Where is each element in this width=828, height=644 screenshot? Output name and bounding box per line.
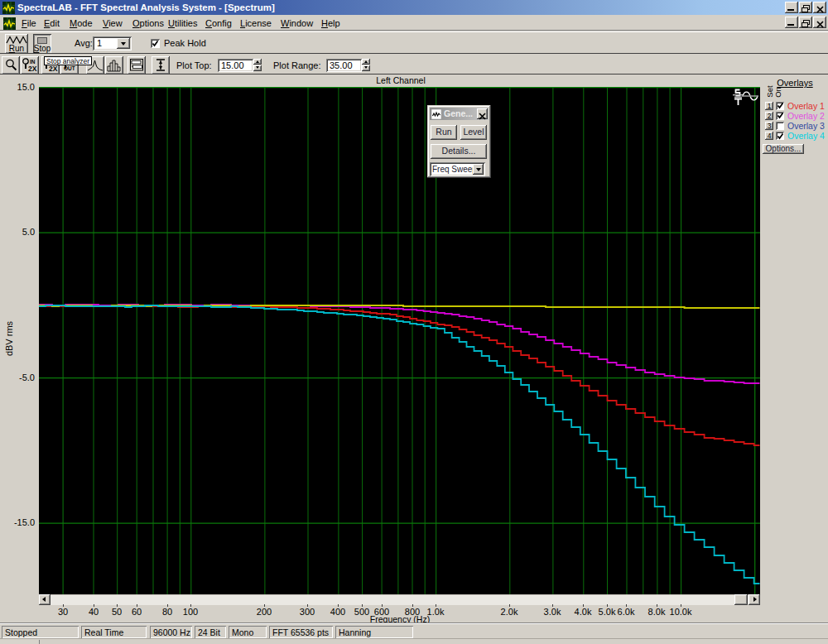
svg-text:2X: 2X — [28, 65, 37, 73]
svg-text:IN: IN — [30, 59, 36, 65]
svg-text:2X: 2X — [49, 65, 58, 73]
svg-text:OUT: OUT — [64, 65, 75, 71]
